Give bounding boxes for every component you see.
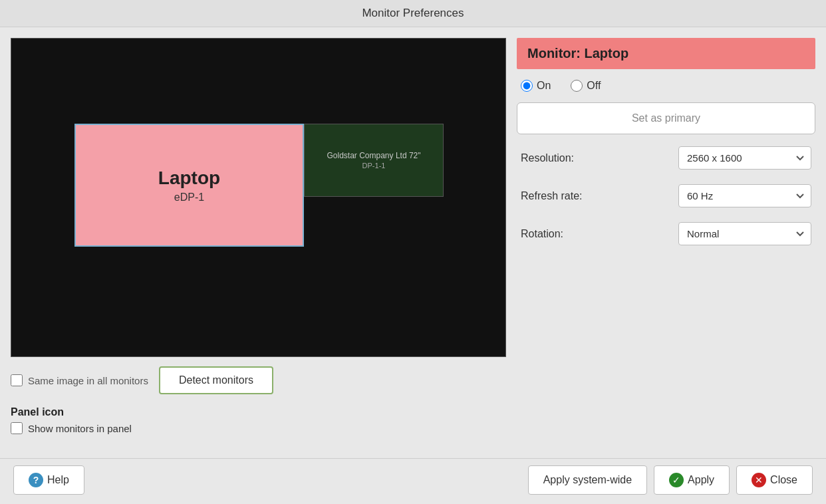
window-title: Monitor Preferences <box>362 7 464 19</box>
on-label: On <box>537 80 551 92</box>
apply-system-label: Apply system-wide <box>543 474 632 486</box>
off-label: Off <box>587 80 601 92</box>
laptop-monitor-port: eDP-1 <box>174 191 204 203</box>
title-bar: Monitor Preferences <box>0 0 826 27</box>
on-radio-label[interactable]: On <box>521 80 551 92</box>
footer-right: Apply system-wide ✓ Apply ✕ Close <box>528 465 813 495</box>
help-label: Help <box>47 474 69 486</box>
on-radio[interactable] <box>521 80 533 92</box>
off-radio-label[interactable]: Off <box>571 80 601 92</box>
resolution-row: Resolution: 2560 x 1600 1920 x 1200 1920… <box>517 144 815 172</box>
off-radio[interactable] <box>571 80 583 92</box>
apply-button[interactable]: ✓ Apply <box>654 465 730 495</box>
bottom-controls: Same image in all monitors Detect monito… <box>11 364 506 397</box>
rotation-select[interactable]: Normal Left Right Upside Down <box>678 222 811 245</box>
refresh-rate-row: Refresh rate: 60 Hz 59.97 Hz 50 Hz <box>517 182 815 210</box>
resolution-select[interactable]: 2560 x 1600 1920 x 1200 1920 x 1080 1280… <box>678 146 811 170</box>
footer-left: ? Help <box>13 465 84 495</box>
rotation-row: Rotation: Normal Left Right Upside Down <box>517 219 815 248</box>
apply-system-button[interactable]: Apply system-wide <box>528 465 647 495</box>
monitor-canvas: Laptop eDP-1 Goldstar Company Ltd 72" DP… <box>11 38 506 357</box>
refresh-rate-label: Refresh rate: <box>521 190 582 202</box>
external-monitor-port: DP-1-1 <box>362 162 386 170</box>
close-button[interactable]: ✕ Close <box>736 465 813 495</box>
external-monitor-name: Goldstar Company Ltd 72" <box>323 151 425 160</box>
close-label: Close <box>770 474 797 486</box>
footer: ? Help Apply system-wide ✓ Apply ✕ Close <box>0 458 826 504</box>
refresh-rate-select[interactable]: 60 Hz 59.97 Hz 50 Hz <box>678 184 811 207</box>
laptop-monitor-name: Laptop <box>158 168 220 189</box>
same-image-label[interactable]: Same image in all monitors <box>11 374 148 386</box>
monitor-display-panel: Laptop eDP-1 Goldstar Company Ltd 72" DP… <box>11 38 506 447</box>
apply-label: Apply <box>688 474 714 486</box>
show-monitors-label[interactable]: Show monitors in panel <box>11 422 506 434</box>
same-image-checkbox[interactable] <box>11 374 23 386</box>
rotation-label: Rotation: <box>521 228 563 240</box>
monitor-header: Monitor: Laptop <box>517 38 815 69</box>
help-icon: ? <box>29 473 43 487</box>
laptop-monitor-block[interactable]: Laptop eDP-1 <box>74 124 304 247</box>
close-icon: ✕ <box>752 473 766 487</box>
on-off-row: On Off <box>517 78 815 93</box>
external-monitor-block[interactable]: Goldstar Company Ltd 72" DP-1-1 <box>304 124 444 197</box>
apply-icon: ✓ <box>669 473 684 487</box>
detect-monitors-button[interactable]: Detect monitors <box>159 366 273 394</box>
show-monitors-text: Show monitors in panel <box>28 423 132 434</box>
panel-icon-title: Panel icon <box>11 406 506 418</box>
help-button[interactable]: ? Help <box>13 465 84 495</box>
set-primary-button[interactable]: Set as primary <box>517 102 815 134</box>
same-image-text: Same image in all monitors <box>28 375 148 386</box>
show-monitors-checkbox[interactable] <box>11 422 23 434</box>
monitor-header-label: Monitor: Laptop <box>527 46 628 61</box>
panel-icon-section: Panel icon Show monitors in panel <box>11 404 506 434</box>
settings-panel: Monitor: Laptop On Off Set as primary Re… <box>517 38 815 447</box>
resolution-label: Resolution: <box>521 152 574 164</box>
